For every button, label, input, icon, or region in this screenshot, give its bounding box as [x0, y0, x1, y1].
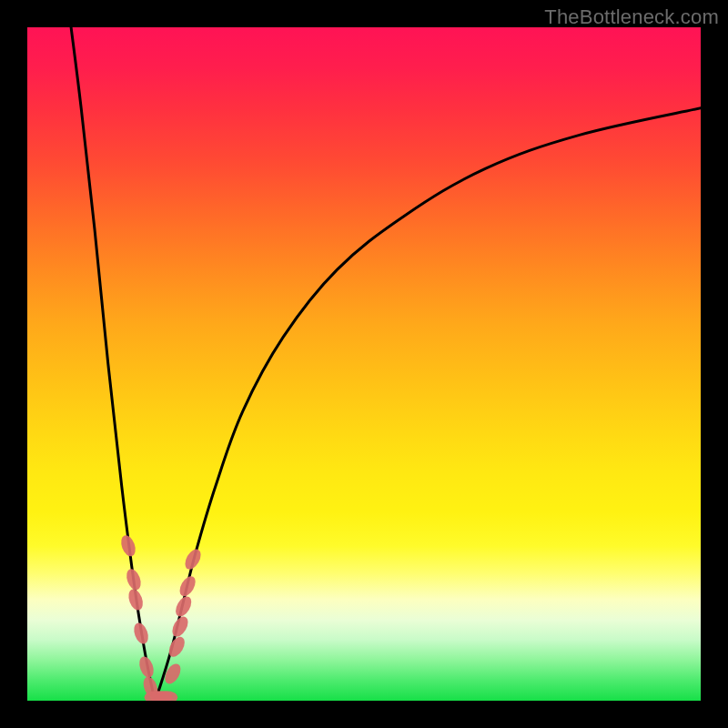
- marker-point: [124, 567, 143, 592]
- attribution-text: TheBottleneck.com: [544, 5, 719, 29]
- marker-point: [126, 587, 145, 612]
- chart-svg: [27, 27, 701, 701]
- plot-area: [27, 27, 701, 701]
- marker-point: [169, 614, 191, 640]
- marker-point: [177, 573, 198, 599]
- marker-point: [136, 654, 156, 679]
- outer-frame: TheBottleneck.com: [0, 0, 728, 728]
- marker-point: [131, 621, 150, 645]
- series-left-branch: [71, 27, 156, 701]
- series-right-branch: [156, 108, 701, 701]
- marker-point: [182, 547, 204, 572]
- marker-point: [118, 533, 137, 558]
- curve-line: [71, 27, 701, 701]
- marker-point: [173, 594, 195, 620]
